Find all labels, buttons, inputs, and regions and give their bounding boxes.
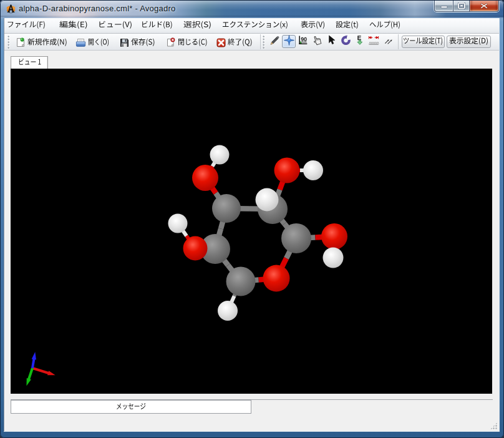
toolbar-separator [260, 34, 261, 49]
atom-C [212, 194, 241, 223]
navigate-compass-icon [284, 35, 294, 48]
menu-edit[interactable] [54, 18, 93, 32]
atom-H [256, 188, 279, 212]
messages-dock-title[interactable] [11, 400, 251, 414]
atom-H [218, 301, 238, 321]
menu-label [336, 21, 359, 30]
menu-ext[interactable] [217, 18, 293, 32]
pencil-icon [269, 35, 280, 48]
window-title: alpha-D-arabinopyranose.cml* - Avogadro [19, 0, 176, 18]
toolbar-button-label [178, 38, 208, 47]
menu-settings[interactable] [331, 18, 364, 32]
menu-build[interactable] [136, 18, 178, 32]
navigate-tool-button[interactable] [282, 35, 296, 48]
measure-ruler-icon [368, 36, 379, 47]
toolbar-button-label [131, 38, 155, 47]
push-button-label [449, 37, 488, 46]
molecule-render [11, 69, 492, 394]
angle-90-icon [298, 35, 308, 47]
manipulate-tool-button[interactable] [310, 35, 324, 48]
atom-O [321, 223, 347, 250]
atom-H [303, 160, 323, 180]
menu-label [222, 21, 288, 30]
atom-O [263, 265, 290, 292]
resize-grip[interactable] [490, 422, 497, 429]
atom-O [274, 158, 300, 183]
maximize-button[interactable] [453, 0, 470, 12]
z-axis-arrowhead [32, 352, 36, 360]
atoms [168, 145, 348, 321]
messages-dock-label [116, 402, 146, 412]
menu-label [183, 21, 211, 30]
toolbar-button-label [228, 38, 253, 47]
close-button[interactable] [470, 0, 499, 12]
push-button-label [403, 37, 443, 46]
toolbar-drag-handle-2[interactable] [263, 36, 266, 49]
atom-H [323, 248, 344, 268]
menu-bar [4, 18, 499, 34]
display-settings-button[interactable] [447, 36, 491, 48]
x-axis-arrowhead [47, 371, 56, 375]
toolbar-separator-2 [398, 34, 399, 49]
menu-label [7, 21, 46, 30]
axes-widget [26, 352, 55, 386]
toolbar-button-label [27, 38, 67, 47]
menu-label [98, 21, 132, 30]
align-tool-button[interactable] [382, 35, 395, 48]
close-document-icon [166, 37, 176, 47]
auto-rotate-tool-button[interactable] [339, 35, 353, 48]
tool-settings-button[interactable] [402, 36, 445, 48]
save-floppy-icon [120, 38, 129, 47]
atom-O [183, 236, 208, 261]
title-bar[interactable]: alpha-D-arabinopyranose.cml* - Avogadro [0, 0, 504, 18]
atom-H [210, 145, 230, 165]
y-axis-arrowhead [26, 378, 31, 386]
atom-C [226, 267, 256, 296]
menu-label [301, 21, 325, 30]
menu-file[interactable] [2, 18, 51, 32]
avogadro-logo-icon [6, 4, 16, 14]
toolbar-drag-handle[interactable] [7, 36, 11, 49]
atom-O [192, 165, 218, 191]
client-area [4, 18, 499, 431]
menu-select[interactable] [178, 18, 216, 32]
atom-H [168, 214, 188, 233]
menu-display[interactable] [296, 18, 330, 32]
view-tab-label [18, 58, 41, 67]
x-axis-line [32, 368, 51, 374]
menu-label [141, 21, 173, 30]
gl-viewport[interactable] [11, 69, 492, 394]
hand-icon [312, 35, 322, 48]
toolbar-quit-button[interactable] [216, 35, 253, 50]
cursor-arrow-icon [328, 35, 336, 47]
measure-tool-button[interactable] [367, 35, 380, 48]
toolbar-open-button[interactable] [75, 35, 109, 50]
select-tool-button[interactable] [325, 35, 339, 48]
new-document-icon [16, 37, 26, 47]
draw-tool-button[interactable] [268, 35, 281, 48]
auto-optimize-tool-button[interactable] [353, 35, 367, 48]
toolbar-new-button[interactable] [16, 35, 67, 50]
minimize-button[interactable] [434, 0, 453, 12]
main-toolbar [4, 34, 499, 51]
view-tab[interactable] [11, 56, 48, 69]
window-controls [434, 0, 499, 12]
toolbar-close-button[interactable] [166, 35, 208, 50]
open-folder-icon [75, 38, 86, 47]
menu-view[interactable] [93, 18, 137, 32]
align-axes-icon [384, 36, 393, 47]
rotate-icon [341, 35, 351, 48]
energy-minimize-icon [356, 35, 364, 47]
toolbar-button-label [88, 38, 109, 47]
menu-label [369, 21, 400, 30]
quit-icon [216, 38, 226, 47]
atom-C [281, 223, 311, 253]
bond-centric-tool-button[interactable] [296, 35, 310, 48]
status-bar [4, 414, 499, 431]
menu-help[interactable] [364, 18, 405, 32]
menu-label [59, 21, 88, 30]
toolbar-save-button[interactable] [120, 35, 155, 50]
avogadro-window: alpha-D-arabinopyranose.cml* - Avogadro [0, 0, 504, 438]
